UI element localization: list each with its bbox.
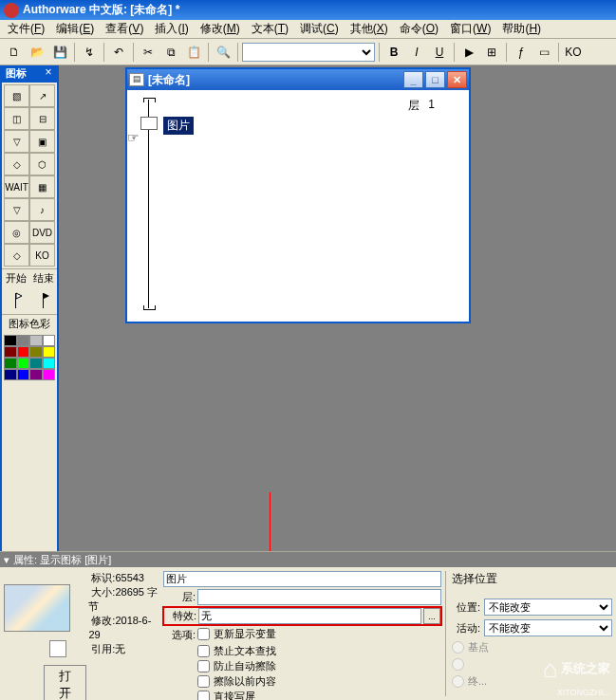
color-swatch[interactable] — [29, 369, 43, 380]
chk-direct-screen[interactable] — [197, 691, 210, 700]
display-icon-instance[interactable] — [140, 117, 158, 130]
minimize-button[interactable]: _ — [403, 71, 423, 88]
underline-icon[interactable]: U — [429, 42, 450, 63]
palette-title: 图标 — [6, 66, 27, 81]
ko-icon-tool[interactable]: ◇ — [4, 244, 29, 267]
dvd-icon-tool[interactable]: ◎ — [4, 221, 29, 244]
new-icon[interactable]: 🗋 — [4, 42, 25, 63]
palette-close-icon[interactable]: × — [42, 66, 55, 80]
menu-file[interactable]: 文件(F) — [2, 19, 50, 39]
color-swatch[interactable] — [29, 358, 43, 369]
activity-label: 活动: — [452, 621, 480, 636]
chk-prevent-erase[interactable] — [197, 660, 210, 672]
menu-command[interactable]: 命令(O) — [394, 19, 444, 39]
menubar: 文件(F) 编辑(E) 查看(V) 插入(I) 修改(M) 文本(T) 调试(C… — [0, 20, 616, 39]
properties-title[interactable]: ▾ 属性: 显示图标 [图片] — [0, 552, 616, 567]
radio-end — [452, 675, 464, 688]
color-swatch[interactable] — [17, 335, 30, 346]
bold-icon[interactable]: B — [383, 42, 404, 63]
color-swatch[interactable] — [4, 358, 17, 369]
icon-label[interactable]: 图片 — [163, 117, 194, 135]
color-swatch[interactable] — [17, 369, 30, 380]
color-swatch[interactable] — [43, 358, 56, 369]
import-icon[interactable]: ↯ — [79, 42, 100, 63]
cut-icon[interactable]: ✂ — [138, 42, 159, 63]
save-all-icon[interactable]: 💾 — [49, 42, 70, 63]
italic-icon[interactable]: I — [406, 42, 427, 63]
flowline-area[interactable]: ☞ 图片 层 1 — [127, 90, 469, 322]
radio-initial — [452, 658, 464, 671]
color-swatch[interactable] — [29, 346, 43, 358]
menu-modify[interactable]: 修改(M) — [195, 19, 246, 39]
copy-icon[interactable]: ⧉ — [160, 42, 181, 63]
position-select[interactable]: 不能改变 — [484, 599, 612, 616]
color-swatch[interactable] — [29, 335, 43, 346]
open-icon[interactable]: 📂 — [27, 42, 47, 63]
menu-view[interactable]: 查看(V) — [100, 19, 149, 39]
paste-icon[interactable]: 📋 — [183, 42, 204, 63]
color-swatch[interactable] — [17, 358, 30, 369]
font-select[interactable] — [242, 43, 375, 62]
sound-icon-tool[interactable]: ♪ — [29, 198, 55, 221]
menu-edit[interactable]: 编辑(E) — [50, 19, 100, 39]
chk-update-vars[interactable] — [197, 628, 210, 640]
chk-erase-prev[interactable] — [197, 675, 210, 688]
toolbar: 🗋 📂 💾 ↯ ↶ ✂ ⧉ 📋 🔍 B I U ▶ ⊞ ƒ ▭ KO — [0, 39, 616, 65]
framework-icon-tool[interactable]: ▣ — [29, 130, 55, 153]
color-swatch[interactable] — [43, 369, 56, 380]
variables-icon[interactable]: ▭ — [533, 42, 554, 63]
layer-label: 层 — [408, 98, 420, 114]
color-swatch[interactable] — [4, 335, 17, 346]
close-button[interactable]: ✕ — [447, 71, 467, 88]
interaction-icon-tool[interactable]: ⬡ — [29, 153, 55, 175]
color-swatch[interactable] — [17, 346, 30, 358]
movie-icon-tool[interactable]: ▽ — [4, 198, 29, 221]
wait-icon-tool[interactable]: ⊟ — [29, 107, 55, 130]
select-position-label: 选择位置 — [452, 571, 612, 587]
effect-browse-button[interactable]: ... — [423, 608, 440, 624]
icon-preview — [49, 640, 66, 657]
ko2-icon-tool[interactable]: KO — [29, 244, 55, 267]
chk-no-text-search[interactable] — [197, 645, 210, 657]
menu-window[interactable]: 窗口(W) — [444, 19, 496, 39]
display-icon-tool[interactable]: ▧ — [4, 84, 29, 107]
menu-debug[interactable]: 调试(C) — [294, 19, 345, 39]
navigate-icon-tool[interactable]: ▽ — [4, 130, 29, 153]
color-swatch[interactable] — [4, 346, 17, 358]
effect-field[interactable] — [198, 608, 421, 624]
maximize-button[interactable]: □ — [425, 71, 445, 88]
run-icon[interactable]: ▶ — [458, 42, 479, 63]
properties-panel: ▾ 属性: 显示图标 [图片] 打开 标识:65543 大小:28695 字节 … — [0, 551, 616, 700]
menu-help[interactable]: 帮助(H) — [496, 19, 547, 39]
preview-thumbnail[interactable] — [4, 584, 70, 632]
menu-other[interactable]: 其他(X) — [345, 19, 394, 39]
video-icon-tool[interactable]: DVD — [29, 221, 55, 244]
expand-icon[interactable]: ▾ — [4, 554, 9, 566]
open-button[interactable]: 打开 — [44, 665, 86, 700]
start-flag-icon[interactable] — [9, 291, 23, 310]
color-swatch[interactable] — [4, 369, 17, 380]
control-panel-icon[interactable]: ⊞ — [481, 42, 502, 63]
color-swatch[interactable] — [43, 346, 56, 358]
decision-icon-tool[interactable]: ◇ — [4, 153, 29, 175]
position-label: 位置: — [452, 600, 480, 615]
color-swatch[interactable] — [43, 335, 56, 346]
menu-insert[interactable]: 插入(I) — [149, 19, 194, 39]
paste-hand-icon: ☞ — [127, 130, 140, 145]
functions-icon[interactable]: ƒ — [511, 42, 532, 63]
undo-icon[interactable]: ↶ — [108, 42, 129, 63]
design-window-title: [未命名] — [148, 72, 401, 88]
activity-select[interactable]: 不能改变 — [484, 619, 612, 636]
layer-field[interactable] — [197, 589, 441, 605]
menu-text[interactable]: 文本(T) — [246, 19, 294, 39]
end-flag-icon[interactable] — [37, 291, 50, 310]
knowledge-icon[interactable]: KO — [563, 42, 584, 63]
map-icon-tool[interactable]: ▦ — [29, 175, 55, 198]
erase-icon-tool[interactable]: ◫ — [4, 107, 29, 130]
motion-icon-tool[interactable]: ↗ — [29, 84, 55, 107]
layer-value: 1 — [428, 98, 435, 111]
calc-icon-tool[interactable]: WAIT — [4, 175, 29, 198]
name-field[interactable] — [163, 571, 441, 587]
design-titlebar[interactable]: ▤ [未命名] _ □ ✕ — [127, 69, 469, 90]
find-icon[interactable]: 🔍 — [213, 42, 233, 63]
